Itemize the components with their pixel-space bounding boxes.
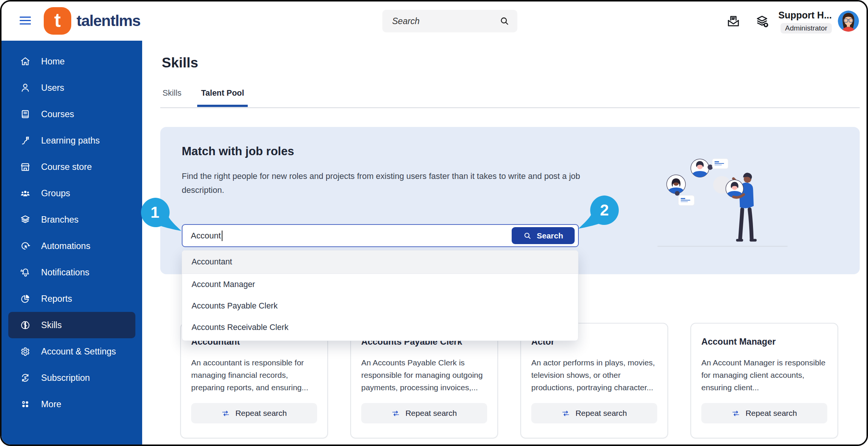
sidebar-item-label: Users xyxy=(41,83,64,93)
job-card-title: Account Manager xyxy=(701,337,827,347)
hamburger-menu-icon[interactable] xyxy=(20,17,31,27)
repeat-search-label: Repeat search xyxy=(575,409,627,418)
sidebar-item-skills[interactable]: Skills xyxy=(8,312,135,338)
branch-switcher-icon[interactable] xyxy=(754,14,770,29)
sidebar-item-label: Notifications xyxy=(41,267,89,278)
sidebar-item-label: Skills xyxy=(41,320,62,330)
sidebar-item-label: Subscription xyxy=(41,373,90,383)
sidebar-item-account-settings[interactable]: Account & Settings xyxy=(8,338,135,365)
subscription-renew-icon: $ xyxy=(20,372,31,383)
sidebar: Home Users Courses Learning paths Course… xyxy=(2,41,142,444)
panel-title: Match with job roles xyxy=(182,145,294,158)
global-search xyxy=(382,10,517,32)
repeat-icon xyxy=(221,409,230,418)
sidebar-item-reports[interactable]: Reports xyxy=(8,286,135,312)
global-search-input[interactable] xyxy=(391,16,499,27)
page-title: Skills xyxy=(162,55,198,71)
sidebar-item-label: Account & Settings xyxy=(41,347,116,357)
search-icon[interactable] xyxy=(499,16,510,26)
gear-icon xyxy=(20,346,31,357)
user-icon xyxy=(20,82,31,93)
sidebar-item-learning-paths[interactable]: Learning paths xyxy=(8,127,135,154)
sidebar-item-course-store[interactable]: Course store xyxy=(8,154,135,180)
top-bar: t talentlms Support H... Adm xyxy=(2,2,866,41)
repeat-search-label: Repeat search xyxy=(745,409,797,418)
callout-step-1-number: 1 xyxy=(150,203,159,221)
bell-icon xyxy=(20,267,31,278)
repeat-search-label: Repeat search xyxy=(405,409,457,418)
book-icon xyxy=(20,108,31,120)
repeat-icon xyxy=(732,409,740,418)
layers-icon xyxy=(20,214,31,225)
automation-icon xyxy=(20,240,31,252)
job-role-search-value: Account xyxy=(191,231,221,241)
sidebar-item-groups[interactable]: Groups xyxy=(8,180,135,206)
svg-text:$: $ xyxy=(24,376,26,380)
talent-pool-illustration xyxy=(649,140,796,261)
autocomplete-dropdown: Accountant Account Manager Accounts Paya… xyxy=(182,250,578,341)
sidebar-item-automations[interactable]: Automations xyxy=(8,233,135,259)
brain-icon xyxy=(20,319,31,331)
more-grid-icon xyxy=(20,399,31,410)
repeat-search-button[interactable]: Repeat search xyxy=(361,403,487,423)
user-role-badge: Administrator xyxy=(781,23,832,34)
repeat-search-button[interactable]: Repeat search xyxy=(531,403,657,423)
brand-logo-icon: t xyxy=(44,7,71,35)
sidebar-item-notifications[interactable]: Notifications xyxy=(8,259,135,286)
brand-name: talentlms xyxy=(77,12,140,30)
inbox-message-icon[interactable] xyxy=(725,14,741,29)
main-content: Skills Skills Talent Pool Match with job… xyxy=(142,41,866,444)
store-icon xyxy=(20,161,31,173)
repeat-icon xyxy=(561,409,570,418)
sidebar-item-label: Course store xyxy=(41,162,92,172)
sidebar-item-label: Groups xyxy=(41,188,70,199)
job-role-search-row: Account Search xyxy=(182,224,579,247)
path-flag-icon xyxy=(20,135,31,146)
job-card-account-manager: Account Manager An Account Manager is re… xyxy=(690,323,838,438)
sidebar-item-home[interactable]: Home xyxy=(8,48,135,75)
user-name[interactable]: Support H... xyxy=(778,10,832,21)
search-icon xyxy=(523,231,532,240)
repeat-icon xyxy=(391,409,400,418)
sidebar-item-label: Reports xyxy=(41,294,72,304)
job-card-description: An Account Manager is responsible for ma… xyxy=(701,356,827,394)
home-icon xyxy=(20,56,31,67)
sidebar-item-subscription[interactable]: $ Subscription xyxy=(8,365,135,391)
repeat-search-button[interactable]: Repeat search xyxy=(191,403,317,423)
tab-bar: Skills Talent Pool xyxy=(162,89,245,107)
job-card-description: An actor performs in plays, movies, tele… xyxy=(531,356,657,394)
autocomplete-option[interactable]: Accounts Receivable Clerk xyxy=(182,317,578,338)
sidebar-item-courses[interactable]: Courses xyxy=(8,101,135,127)
brand-logo[interactable]: t talentlms xyxy=(44,7,140,35)
sidebar-item-more[interactable]: More xyxy=(8,391,135,417)
autocomplete-option[interactable]: Account Manager xyxy=(182,274,578,295)
repeat-search-button[interactable]: Repeat search xyxy=(701,403,827,423)
autocomplete-option[interactable]: Accounts Payable Clerk xyxy=(182,295,578,317)
sidebar-item-branches[interactable]: Branches xyxy=(8,206,135,233)
tab-talent-pool[interactable]: Talent Pool xyxy=(200,89,245,107)
sidebar-item-label: Automations xyxy=(41,241,90,251)
pie-chart-icon xyxy=(20,293,31,304)
group-icon xyxy=(20,188,31,199)
tab-divider xyxy=(160,107,860,108)
sidebar-item-label: Home xyxy=(41,57,65,67)
sidebar-item-users[interactable]: Users xyxy=(8,75,135,101)
autocomplete-option[interactable]: Accountant xyxy=(182,250,578,274)
sidebar-item-label: More xyxy=(41,399,61,409)
sidebar-item-label: Branches xyxy=(41,215,78,225)
job-role-search-button[interactable]: Search xyxy=(512,227,575,244)
tab-skills[interactable]: Skills xyxy=(162,89,182,107)
sidebar-item-label: Learning paths xyxy=(41,136,100,146)
panel-description: Find the right people for new roles and … xyxy=(182,169,606,197)
job-card-description: An Accounts Payable Clerk is responsible… xyxy=(361,356,487,394)
text-caret xyxy=(222,231,222,241)
sidebar-item-label: Courses xyxy=(41,109,74,119)
job-card-description: An accountant is responsible for managin… xyxy=(191,356,317,394)
app-window: t talentlms Support H... Adm xyxy=(0,0,868,446)
repeat-search-label: Repeat search xyxy=(235,409,287,418)
user-avatar[interactable] xyxy=(838,11,859,32)
search-button-label: Search xyxy=(537,231,563,240)
